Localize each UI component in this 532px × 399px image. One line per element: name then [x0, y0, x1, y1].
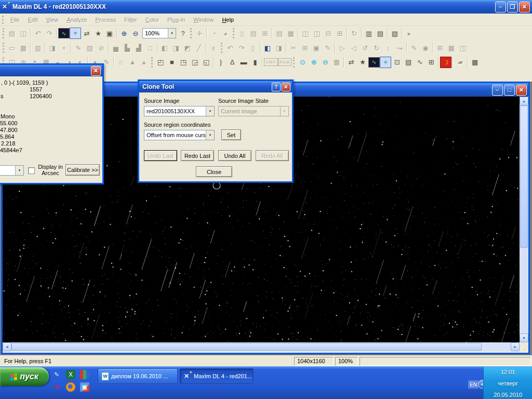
- align-3-icon[interactable]: ◳: [178, 57, 189, 68]
- telescope-2-icon[interactable]: ★: [357, 57, 368, 68]
- undo-all-button[interactable]: Undo All: [218, 150, 251, 161]
- crosshair-icon[interactable]: ⌖: [70, 28, 81, 39]
- dialog-close-icon[interactable]: ✕: [282, 83, 290, 91]
- excel-icon[interactable]: X: [66, 370, 75, 379]
- zoom-in-icon[interactable]: ⊕: [118, 28, 130, 39]
- clock-block[interactable]: 12:01 четверг 20.05.2010: [483, 367, 532, 399]
- dialog-help-icon[interactable]: ?: [272, 83, 281, 91]
- scroll-down-icon[interactable]: ▼: [520, 334, 528, 342]
- horizontal-scroll-thumb[interactable]: [11, 343, 482, 351]
- crosshair-2-icon[interactable]: ⌖: [380, 57, 391, 68]
- gradient-3-icon[interactable]: ◩: [182, 42, 193, 54]
- source-image-combo[interactable]: red201005130XXX ▼: [144, 106, 215, 116]
- rotate-page-icon[interactable]: ↻: [349, 28, 360, 39]
- scroll-left-icon[interactable]: ◄: [3, 342, 11, 351]
- bar-chart-icon[interactable]: ▅: [110, 42, 122, 54]
- info-close-button[interactable]: ✕: [91, 66, 101, 76]
- page-setup-icon[interactable]: ▧: [389, 28, 401, 39]
- save-icon[interactable]: ◫: [18, 28, 29, 39]
- vertical-scroll-thumb[interactable]: [520, 105, 528, 248]
- open-file-icon[interactable]: ▤: [248, 28, 259, 39]
- flatten-v-icon[interactable]: ▮: [249, 57, 261, 68]
- menu-file[interactable]: File: [6, 15, 24, 25]
- image-maximize-button[interactable]: □: [504, 85, 515, 96]
- vertical-scrollbar[interactable]: ▲ ▼: [520, 97, 528, 342]
- curves-icon[interactable]: ∿: [414, 57, 425, 68]
- save-all-icon[interactable]: ⊟: [323, 28, 334, 39]
- layers-icon[interactable]: ⊞: [425, 57, 437, 68]
- graph-icon[interactable]: ▥: [32, 42, 44, 54]
- arcsec-checkbox[interactable]: [28, 167, 35, 174]
- pencil-icon[interactable]: ✎: [408, 42, 420, 54]
- info-edit-icon[interactable]: ▧: [403, 57, 414, 68]
- close-button[interactable]: Close: [196, 166, 232, 177]
- open-icon[interactable]: ▤: [6, 28, 18, 39]
- mirror-icon[interactable]: ⇄: [81, 28, 92, 39]
- doc-rotate-2-icon[interactable]: ◁: [348, 42, 360, 54]
- ruler-icon[interactable]: ▭: [6, 42, 18, 54]
- align-2-icon[interactable]: ■: [166, 57, 178, 68]
- scroll-right-icon[interactable]: ►: [511, 342, 520, 351]
- new-icon[interactable]: ▯: [236, 28, 248, 39]
- taskbar-item-word[interactable]: W диплом 19.06.2010 ...: [98, 368, 178, 384]
- menu-edit[interactable]: Edit: [24, 15, 42, 25]
- flatten-h-icon[interactable]: ▬: [238, 57, 249, 68]
- rect-outline-icon[interactable]: □: [144, 42, 156, 54]
- dropdown-arrow-icon[interactable]: ▼: [168, 29, 176, 38]
- dropdown-arrow-icon[interactable]: ▼: [206, 130, 214, 140]
- information-icon[interactable]: ▣: [104, 28, 115, 39]
- rotate-cw-icon[interactable]: ↻: [371, 42, 382, 54]
- brace-icon[interactable]: }: [215, 57, 227, 68]
- camera-icon[interactable]: ▰: [455, 57, 466, 68]
- dome-icon[interactable]: ⌂: [115, 57, 127, 68]
- doc-icon[interactable]: ▯: [247, 42, 259, 54]
- undo-icon[interactable]: ↶: [32, 28, 44, 39]
- menu-filter[interactable]: Filter: [120, 15, 141, 25]
- help-pointer-icon[interactable]: ?: [177, 28, 189, 39]
- minimize-button[interactable]: –: [495, 2, 506, 12]
- color-dots-icon[interactable]: ◉: [420, 42, 431, 54]
- print-preview-icon[interactable]: ▥: [363, 28, 375, 39]
- stamp-icon[interactable]: ▣: [311, 42, 322, 54]
- magic-wand-icon[interactable]: ✛: [194, 28, 205, 39]
- undo-2-icon[interactable]: ↶: [224, 42, 236, 54]
- menu-view[interactable]: View: [42, 15, 63, 25]
- rotate-ccw-icon[interactable]: ↺: [360, 42, 371, 54]
- align-4-icon[interactable]: ◲: [189, 57, 201, 68]
- image-viewer-icon[interactable]: ▣: [80, 382, 89, 392]
- cmy-icon[interactable]: CMY: [264, 58, 278, 66]
- gradient-1-icon[interactable]: ◧: [159, 42, 170, 54]
- screen-stretch-2-icon[interactable]: ∿: [368, 57, 380, 68]
- paint-icon[interactable]: [80, 370, 89, 379]
- copy-icon[interactable]: ◧: [262, 42, 273, 54]
- copy-region-icon[interactable]: ◨: [47, 42, 58, 54]
- open-secure-icon[interactable]: ▦: [285, 28, 297, 39]
- align-5-icon[interactable]: ◱: [201, 57, 212, 68]
- menu-color[interactable]: Color: [141, 15, 163, 25]
- crosshair-add-icon[interactable]: +: [58, 42, 70, 54]
- image-close-button[interactable]: ✕: [516, 85, 527, 96]
- menu-plugin[interactable]: Plug-in: [163, 15, 189, 25]
- language-indicator[interactable]: EN: [468, 380, 478, 389]
- magnify-box-icon[interactable]: ⊡: [391, 57, 403, 68]
- redo-icon[interactable]: ↷: [44, 28, 55, 39]
- plus-minus-icon[interactable]: ±: [208, 42, 219, 54]
- firefox-icon[interactable]: [66, 382, 75, 392]
- horizontal-scrollbar[interactable]: ◄ ►: [3, 342, 520, 351]
- line-icon[interactable]: ╱: [193, 42, 205, 54]
- print-icon[interactable]: ▤: [375, 28, 386, 39]
- balance-icon[interactable]: Δ: [227, 57, 238, 68]
- image-minimize-button[interactable]: –: [492, 85, 503, 96]
- tablet-pen-icon[interactable]: ✎: [52, 370, 61, 379]
- horizon-1-icon[interactable]: ▲: [127, 57, 138, 68]
- color-stack-icon[interactable]: ▩: [469, 57, 481, 68]
- slideshow-icon[interactable]: ▸: [404, 28, 415, 39]
- start-button[interactable]: пуск: [0, 367, 49, 386]
- batch-convert-icon[interactable]: ⊞: [259, 28, 271, 39]
- rotate-180-icon[interactable]: ↕: [382, 42, 394, 54]
- table-2-icon[interactable]: ▦: [446, 42, 457, 54]
- zoom-out-icon[interactable]: ⊖: [130, 28, 141, 39]
- restore-button[interactable]: ❐: [507, 2, 518, 12]
- table-3-icon[interactable]: ◫: [457, 42, 469, 54]
- free-rotate-icon[interactable]: ↝: [394, 42, 405, 54]
